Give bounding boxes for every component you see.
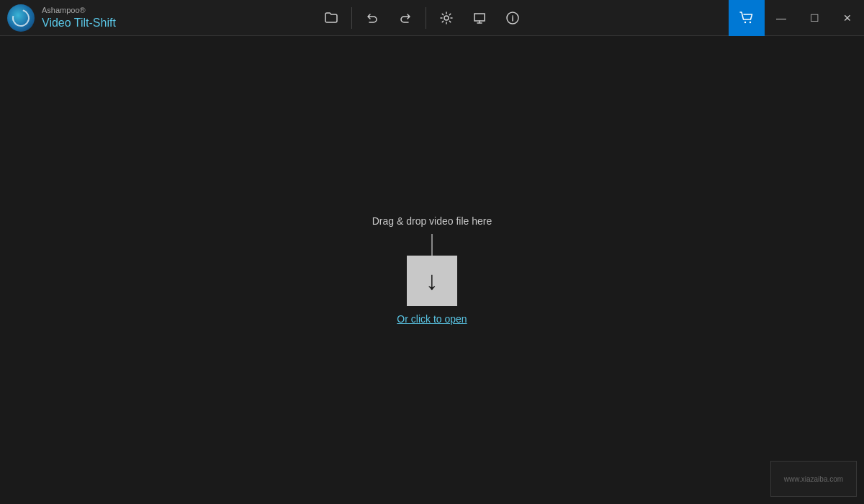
title-bar-left: Ashampoo® Video Tilt-Shift bbox=[7, 4, 116, 32]
close-button[interactable]: ✕ bbox=[831, 0, 864, 36]
app-name: Video Tilt-Shift bbox=[42, 16, 116, 30]
app-title-block: Ashampoo® Video Tilt-Shift bbox=[42, 6, 116, 29]
separator-2 bbox=[426, 7, 426, 29]
drop-line bbox=[431, 234, 433, 256]
redo-icon bbox=[398, 11, 413, 25]
minimize-icon: — bbox=[776, 12, 786, 24]
toolbar bbox=[315, 0, 528, 36]
app-logo bbox=[7, 4, 35, 32]
svg-point-2 bbox=[744, 21, 746, 22]
svg-point-0 bbox=[444, 16, 449, 20]
watermark-image: www.xiazaiba.com bbox=[770, 461, 857, 497]
settings-button[interactable] bbox=[431, 0, 462, 36]
maximize-button[interactable]: ☐ bbox=[798, 0, 831, 36]
watermark: www.xiazaiba.com bbox=[770, 461, 857, 497]
drop-icon-wrapper: ↓ bbox=[407, 234, 457, 306]
info-icon bbox=[505, 11, 520, 25]
drop-zone-container[interactable]: Drag & drop video file here ↓ Or click t… bbox=[372, 215, 492, 325]
preview-icon bbox=[472, 11, 487, 25]
close-icon: ✕ bbox=[843, 12, 852, 24]
minimize-button[interactable]: — bbox=[765, 0, 798, 36]
undo-button[interactable] bbox=[356, 0, 388, 36]
cart-button[interactable] bbox=[729, 0, 765, 36]
open-file-button[interactable] bbox=[315, 0, 347, 36]
window-controls: — ☐ ✕ bbox=[729, 0, 864, 36]
title-bar: Ashampoo® Video Tilt-Shift bbox=[0, 0, 864, 36]
drag-drop-label: Drag & drop video file here bbox=[372, 215, 492, 227]
undo-icon bbox=[365, 11, 379, 25]
watermark-text: www.xiazaiba.com bbox=[784, 475, 843, 483]
drop-box[interactable]: ↓ bbox=[407, 256, 457, 306]
settings-icon bbox=[439, 11, 454, 25]
main-content: Drag & drop video file here ↓ Or click t… bbox=[0, 36, 864, 504]
cart-icon bbox=[739, 10, 755, 26]
separator-1 bbox=[351, 7, 352, 29]
folder-icon bbox=[324, 11, 338, 25]
preview-button[interactable] bbox=[464, 0, 495, 36]
down-arrow-icon: ↓ bbox=[426, 268, 438, 294]
svg-point-3 bbox=[750, 21, 751, 22]
click-to-open-button[interactable]: Or click to open bbox=[397, 313, 467, 325]
app-brand: Ashampoo® bbox=[42, 6, 116, 15]
redo-button[interactable] bbox=[390, 0, 421, 36]
maximize-icon: ☐ bbox=[810, 12, 819, 24]
info-button[interactable] bbox=[497, 0, 528, 36]
